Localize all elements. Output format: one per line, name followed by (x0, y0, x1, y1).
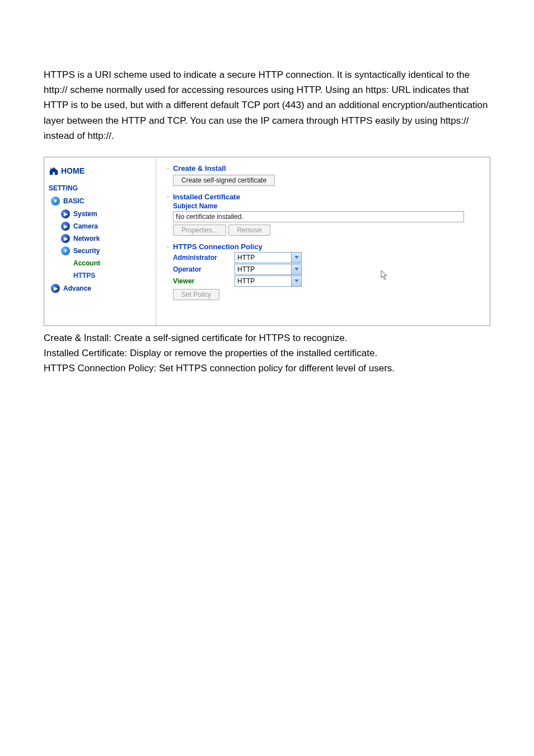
home-icon (49, 166, 59, 175)
nav-basic-label: BASIC (63, 197, 84, 205)
policy-viewer-label: Viewer (173, 277, 235, 285)
svg-point-1 (50, 167, 52, 169)
nav-account-label: Account (73, 259, 100, 267)
policy-viewer-value: HTTP (235, 277, 291, 285)
setting-heading: SETTING (48, 183, 152, 194)
sidebar: HOME SETTING ▼ BASIC ▶ System ▶ Camera ▶… (44, 157, 156, 325)
play-icon: ▶ (61, 234, 70, 243)
bullet-icon: ▫ (165, 194, 171, 200)
home-link[interactable]: HOME (48, 163, 152, 183)
chevron-down-icon (291, 264, 301, 274)
desc-line-1: Create & Install: Create a self-signed c… (44, 330, 490, 346)
nav-https-label: HTTPS (73, 272, 95, 279)
policy-row-administrator: Administrator HTTP (173, 252, 481, 263)
description-block: Create & Install: Create a self-signed c… (0, 326, 534, 399)
settings-panel: HOME SETTING ▼ BASIC ▶ System ▶ Camera ▶… (44, 157, 490, 326)
play-icon: ▶ (51, 284, 60, 293)
policy-operator-select[interactable]: HTTP (235, 264, 302, 275)
section-installed-header: ▫ Installed Certificate (165, 193, 481, 201)
intro-paragraph: HTTPS is a URI scheme used to indicate a… (0, 0, 534, 157)
bullet-icon: ▫ (165, 244, 171, 250)
desc-line-2: Installed Certificate: Display or remove… (44, 346, 490, 361)
nav-network[interactable]: ▶ Network (58, 232, 152, 245)
nav-advance-label: Advance (63, 284, 91, 292)
nav-network-label: Network (73, 235, 100, 242)
nav-security-label: Security (73, 247, 100, 255)
play-icon: ▶ (61, 209, 70, 218)
cert-status-field: No certificate installed. (173, 211, 464, 222)
chevron-down-icon (291, 276, 301, 286)
set-policy-button[interactable]: Set Policy (173, 289, 219, 300)
create-cert-button[interactable]: Create self-signed certificate (173, 175, 275, 186)
cursor-icon (380, 269, 389, 281)
remove-button[interactable]: Remove (228, 225, 270, 236)
bullet-icon: ▫ (165, 165, 171, 171)
nav-camera-label: Camera (73, 222, 98, 230)
properties-button[interactable]: Properties... (173, 225, 226, 236)
nav-basic[interactable]: ▼ BASIC (48, 194, 152, 208)
nav-advance[interactable]: ▶ Advance (48, 282, 152, 295)
chevron-down-icon (291, 253, 301, 263)
chevron-down-icon: ▼ (51, 197, 60, 206)
nav-system[interactable]: ▶ System (58, 208, 152, 220)
policy-operator-label: Operator (173, 265, 235, 273)
nav-camera[interactable]: ▶ Camera (58, 220, 152, 232)
section-policy-title: HTTPS Connection Policy (173, 242, 263, 251)
section-policy-header: ▫ HTTPS Connection Policy (165, 242, 481, 251)
section-installed-title: Installed Certificate (173, 193, 240, 201)
nav-account[interactable]: Account (70, 257, 152, 269)
nav-system-label: System (73, 210, 97, 218)
policy-row-viewer: Viewer HTTP (173, 276, 481, 287)
policy-admin-select[interactable]: HTTP (235, 252, 302, 263)
nav-security[interactable]: ▼ Security (58, 245, 152, 257)
section-create-install-title: Create & Install (173, 164, 226, 172)
desc-line-3: HTTPS Connection Policy: Set HTTPS conne… (44, 361, 490, 376)
main-content: ▫ Create & Install Create self-signed ce… (156, 157, 490, 325)
policy-viewer-select[interactable]: HTTP (235, 276, 302, 287)
chevron-down-icon: ▼ (61, 246, 70, 255)
subject-name-label: Subject Name (165, 202, 481, 210)
nav-https[interactable]: HTTPS (70, 269, 152, 282)
policy-admin-value: HTTP (235, 254, 291, 262)
section-create-install-header: ▫ Create & Install (165, 164, 481, 172)
home-label: HOME (61, 166, 85, 175)
play-icon: ▶ (61, 222, 70, 231)
policy-operator-value: HTTP (235, 265, 291, 273)
policy-admin-label: Administrator (173, 254, 235, 262)
policy-row-operator: Operator HTTP (173, 264, 481, 275)
